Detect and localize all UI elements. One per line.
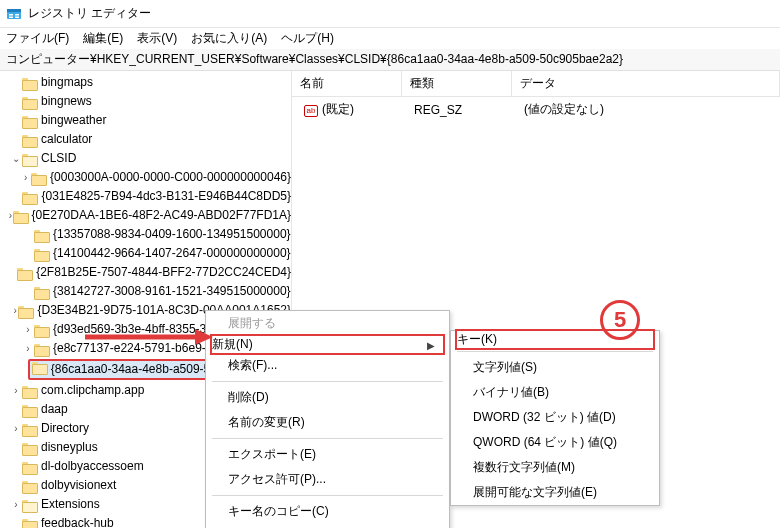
- folder-icon: [17, 267, 32, 279]
- ctx-expand: 展開する: [206, 311, 449, 336]
- twisty-icon[interactable]: ›: [22, 340, 34, 357]
- twisty-icon[interactable]: ›: [20, 169, 31, 186]
- ctx-new-binary[interactable]: バイナリ値(B): [451, 380, 659, 405]
- string-value-icon: ab: [304, 105, 318, 117]
- context-menu: 展開する 新規(N) ▶ 検索(F)... 削除(D) 名前の変更(R) エクス…: [205, 310, 450, 528]
- folder-icon: [22, 115, 37, 127]
- ctx-permissions[interactable]: アクセス許可(P)...: [206, 467, 449, 492]
- folder-icon: [22, 423, 37, 435]
- address-bar[interactable]: コンピューター¥HKEY_CURRENT_USER¥Software¥Class…: [0, 49, 780, 71]
- menu-help[interactable]: ヘルプ(H): [281, 30, 334, 47]
- titlebar: レジストリ エディター: [0, 0, 780, 28]
- menubar: ファイル(F) 編集(E) 表示(V) お気に入り(A) ヘルプ(H): [0, 28, 780, 49]
- folder-icon: [22, 191, 37, 203]
- folder-icon: [22, 153, 37, 165]
- menu-edit[interactable]: 編集(E): [83, 30, 123, 47]
- ctx-export[interactable]: エクスポート(E): [206, 442, 449, 467]
- folder-icon: [34, 324, 49, 336]
- folder-icon: [22, 461, 37, 473]
- folder-icon: [22, 480, 37, 492]
- tree-item[interactable]: {13357088-9834-0409-1600-134951500000}: [0, 225, 291, 244]
- folder-icon: [22, 518, 37, 529]
- folder-icon: [22, 442, 37, 454]
- col-data[interactable]: データ: [512, 71, 780, 96]
- twisty-icon[interactable]: ›: [10, 420, 22, 437]
- folder-icon: [34, 248, 49, 260]
- tree-item[interactable]: ›{0003000A-0000-0000-C000-000000000046}: [0, 168, 291, 187]
- folder-icon: [22, 404, 37, 416]
- annotation-step-badge: 5: [600, 300, 640, 340]
- tree-item[interactable]: {2F81B25E-7507-4844-BFF2-77D2CC24CED4}: [0, 263, 291, 282]
- ctx-rename[interactable]: 名前の変更(R): [206, 410, 449, 435]
- tree-item[interactable]: {38142727-3008-9161-1521-349515000000}: [0, 282, 291, 301]
- twisty-icon[interactable]: ⌄: [10, 150, 22, 167]
- tree-item[interactable]: {14100442-9664-1407-2647-000000000000}: [0, 244, 291, 263]
- folder-icon: [22, 385, 37, 397]
- folder-icon: [31, 172, 46, 184]
- svg-rect-1: [7, 9, 21, 12]
- tree-item[interactable]: calculator: [0, 130, 291, 149]
- svg-rect-3: [9, 16, 13, 18]
- ctx-new[interactable]: 新規(N) ▶: [210, 334, 445, 355]
- ctx-new-string[interactable]: 文字列値(S): [451, 355, 659, 380]
- col-type[interactable]: 種類: [402, 71, 512, 96]
- folder-icon: [22, 96, 37, 108]
- twisty-icon[interactable]: ›: [10, 382, 22, 399]
- app-icon: [6, 6, 22, 22]
- folder-icon: [34, 343, 49, 355]
- ctx-new-dword[interactable]: DWORD (32 ビット) 値(D): [451, 405, 659, 430]
- folder-icon: [34, 229, 49, 241]
- tree-item[interactable]: bingweather: [0, 111, 291, 130]
- separator: [212, 381, 443, 382]
- separator: [457, 351, 653, 352]
- folder-icon: [32, 361, 47, 373]
- menu-favorites[interactable]: お気に入り(A): [191, 30, 267, 47]
- window-title: レジストリ エディター: [28, 5, 151, 22]
- ctx-copy-key-name[interactable]: キー名のコピー(C): [206, 499, 449, 524]
- svg-rect-5: [15, 16, 19, 18]
- folder-icon: [13, 210, 28, 222]
- ctx-delete[interactable]: 削除(D): [206, 385, 449, 410]
- tree-item[interactable]: bingmaps: [0, 73, 291, 92]
- submenu-arrow-icon: ▶: [427, 339, 435, 350]
- folder-icon: [22, 134, 37, 146]
- svg-rect-2: [9, 14, 13, 16]
- ctx-new-qword[interactable]: QWORD (64 ビット) 値(Q): [451, 430, 659, 455]
- col-name[interactable]: 名前: [292, 71, 402, 96]
- ctx-new-expand[interactable]: 展開可能な文字列値(E): [451, 480, 659, 505]
- folder-icon: [22, 499, 37, 511]
- tree-item[interactable]: {031E4825-7B94-4dc3-B131-E946B44C8DD5}: [0, 187, 291, 206]
- menu-view[interactable]: 表示(V): [137, 30, 177, 47]
- tree-item[interactable]: ›{0E270DAA-1BE6-48F2-AC49-ABD02F77FD1A}: [0, 206, 291, 225]
- tree-item[interactable]: bingnews: [0, 92, 291, 111]
- twisty-icon[interactable]: ›: [22, 321, 34, 338]
- list-row[interactable]: ab(既定) REG_SZ (値の設定なし): [292, 97, 780, 122]
- separator: [212, 438, 443, 439]
- folder-icon: [22, 77, 37, 89]
- ctx-move-hklm[interactable]: HKEY_LOCAL_MACHINE に移動(T): [206, 524, 449, 528]
- twisty-icon[interactable]: ›: [10, 496, 22, 513]
- tree-item-clsid[interactable]: ⌄CLSID: [0, 149, 291, 168]
- ctx-find[interactable]: 検索(F)...: [206, 353, 449, 378]
- context-submenu-new: キー(K) 文字列値(S) バイナリ値(B) DWORD (32 ビット) 値(…: [450, 330, 660, 506]
- list-header: 名前 種類 データ: [292, 71, 780, 97]
- folder-icon: [34, 286, 49, 298]
- folder-icon: [18, 305, 33, 317]
- separator: [212, 495, 443, 496]
- svg-rect-4: [15, 14, 19, 16]
- menu-file[interactable]: ファイル(F): [6, 30, 69, 47]
- ctx-new-multi[interactable]: 複数行文字列値(M): [451, 455, 659, 480]
